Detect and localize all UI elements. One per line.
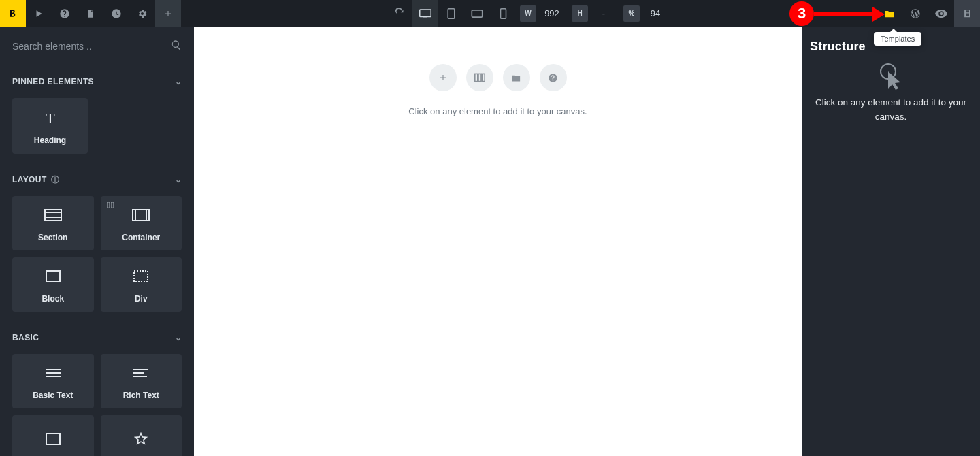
layout-grid: Section ▯▯ Container Block Div — [0, 196, 194, 321]
element-block[interactable]: Block — [12, 257, 94, 312]
element-label: Block — [42, 294, 64, 304]
search-icon[interactable] — [171, 39, 182, 53]
element-rich-text[interactable]: Rich Text — [101, 354, 182, 408]
svg-rect-2 — [448, 8, 455, 18]
width-value[interactable]: 992 — [536, 8, 568, 18]
zoom-label: % — [623, 5, 640, 22]
height-value[interactable]: - — [588, 8, 619, 18]
search-input[interactable] — [12, 41, 165, 52]
star-icon — [130, 428, 152, 450]
layout-header[interactable]: LAYOUT ⓘ ⌄ — [0, 163, 194, 196]
svg-rect-23 — [482, 74, 485, 81]
zoom-value[interactable]: 94 — [640, 8, 671, 18]
canvas-action-row — [429, 64, 567, 91]
basic-grid: Basic Text Rich Text — [0, 354, 194, 456]
div-icon — [130, 265, 152, 287]
layout-title: LAYOUT — [12, 175, 47, 184]
canvas-columns-button[interactable] — [466, 64, 493, 91]
svg-rect-22 — [478, 74, 481, 81]
chevron-down-icon: ⌄ — [175, 175, 182, 184]
button-icon — [42, 428, 64, 450]
svg-rect-1 — [423, 17, 427, 18]
chevron-down-icon: ⌄ — [175, 77, 182, 86]
element-container[interactable]: ▯▯ Container — [101, 196, 182, 250]
dimension-controls: W 992 H - % 94 — [516, 5, 671, 22]
svg-rect-20 — [46, 434, 60, 444]
pinned-grid: T Heading — [0, 98, 194, 163]
svg-rect-13 — [134, 271, 148, 282]
section-icon — [42, 204, 64, 226]
preview-icon[interactable] — [928, 0, 954, 27]
columns-mini-icon: ▯▯ — [106, 200, 114, 209]
play-icon[interactable] — [26, 0, 52, 27]
logo-button[interactable] — [0, 0, 26, 27]
viewport-tablet-portrait-icon[interactable] — [438, 0, 464, 27]
element-section[interactable]: Section — [12, 196, 94, 250]
svg-rect-12 — [46, 271, 60, 282]
element-icon[interactable] — [101, 415, 182, 456]
heading-icon: T — [39, 107, 61, 129]
canvas[interactable]: Click on any element to add it to your c… — [194, 27, 802, 456]
settings-icon[interactable] — [129, 0, 155, 27]
info-icon[interactable]: ⓘ — [51, 174, 59, 186]
structure-hint: Click on any element to add it to your c… — [810, 96, 972, 125]
element-div[interactable]: Div — [101, 257, 182, 312]
help-icon[interactable] — [52, 0, 78, 27]
add-element-button[interactable] — [155, 0, 181, 27]
search-row — [0, 27, 194, 65]
svg-rect-4 — [500, 8, 506, 18]
svg-text:T: T — [46, 110, 55, 125]
viewport-desktop-icon[interactable] — [412, 0, 438, 27]
basic-title: BASIC — [12, 333, 39, 342]
element-heading[interactable]: T Heading — [12, 98, 88, 154]
viewport-tablet-landscape-icon[interactable] — [464, 0, 490, 27]
height-label: H — [572, 5, 588, 22]
element-button[interactable] — [12, 415, 94, 456]
viewport-mobile-icon[interactable] — [490, 0, 516, 27]
chevron-down-icon: ⌄ — [175, 333, 182, 342]
basic-text-icon — [42, 362, 64, 384]
canvas-add-button[interactable] — [429, 64, 457, 91]
templates-tooltip: Templates — [874, 32, 921, 46]
save-button[interactable] — [954, 0, 980, 27]
canvas-help-button[interactable] — [540, 64, 567, 91]
structure-panel: Structure Click on any element to add it… — [802, 27, 980, 456]
history-icon[interactable] — [103, 0, 129, 27]
block-icon — [42, 265, 64, 287]
container-icon — [130, 204, 152, 226]
element-label: Section — [38, 233, 67, 242]
pinned-header[interactable]: PINNED ELEMENTS ⌄ — [0, 65, 194, 98]
canvas-hint: Click on any element to add it to your c… — [408, 106, 587, 116]
pinned-title: PINNED ELEMENTS — [12, 77, 94, 86]
doc-icon[interactable] — [78, 0, 103, 27]
width-label: W — [520, 5, 536, 22]
basic-header[interactable]: BASIC ⌄ — [0, 321, 194, 354]
svg-rect-3 — [472, 10, 482, 16]
element-label: Rich Text — [123, 391, 159, 400]
elements-panel: PINNED ELEMENTS ⌄ T Heading LAYOUT ⓘ ⌄ S… — [0, 27, 194, 456]
element-label: Container — [122, 233, 160, 242]
canvas-empty-state: Click on any element to add it to your c… — [194, 27, 802, 116]
cursor-click-icon — [810, 62, 972, 91]
refresh-icon[interactable] — [387, 0, 412, 27]
canvas-library-button[interactable] — [503, 64, 530, 91]
element-label: Basic Text — [33, 391, 73, 400]
rich-text-icon — [130, 362, 152, 384]
element-label: Heading — [34, 135, 66, 145]
annotation-badge: 3 — [789, 1, 814, 26]
svg-rect-6 — [45, 210, 61, 221]
element-label: Div — [135, 294, 148, 304]
svg-rect-0 — [420, 10, 431, 17]
element-basic-text[interactable]: Basic Text — [12, 354, 94, 408]
wordpress-icon[interactable] — [902, 0, 928, 27]
svg-rect-21 — [474, 74, 477, 81]
